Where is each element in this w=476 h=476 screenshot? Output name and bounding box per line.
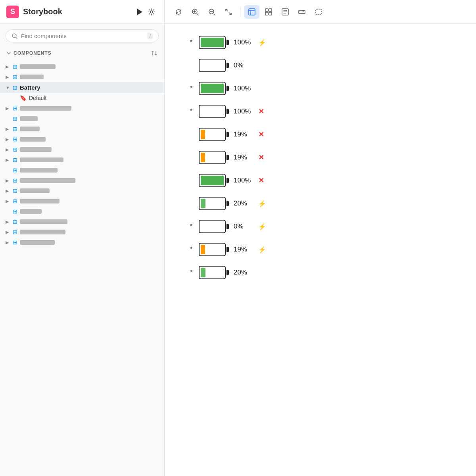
list-view-button[interactable] [278,5,293,19]
list-item[interactable]: ▶ ⊞ [0,227,164,237]
default-label: Default [29,95,46,101]
list-item[interactable]: ▶ ⊞ [0,144,164,155]
battery-body [199,59,226,72]
list-item[interactable]: ▶ ⊞ [0,155,164,165]
battery-row-2: * 0% [188,59,452,72]
svg-rect-5 [265,9,268,12]
expand-arrow: ▶ [6,240,10,245]
battery-tip [226,270,229,275]
list-item[interactable]: ▶ ⊞ [0,175,164,186]
story-view-button[interactable] [244,5,259,19]
settings-button[interactable] [145,6,158,18]
battery-icon-4 [199,105,229,118]
list-item[interactable]: ▶ ⊞ [0,134,164,144]
error-icon-5: ✕ [258,130,264,139]
asterisk-11: * [188,269,194,276]
zoom-in-button[interactable] [188,5,203,19]
grid-icon: ⊞ [13,105,17,111]
list-item[interactable]: ▶ ⊞ [0,72,164,82]
item-label [20,219,67,224]
sidebar-item-default[interactable]: 🔖 Default [0,93,164,103]
battery-row-9: * 0% ⚡ [188,220,452,233]
svg-rect-6 [269,9,272,12]
play-button[interactable] [134,6,145,18]
sort-icon[interactable] [151,50,158,57]
grid-view-button[interactable] [261,5,276,19]
grid-icon: ⊞ [13,115,17,122]
battery-fill [201,245,205,254]
sidebar-item-battery[interactable]: ▼ ⊞ Battery [0,82,164,93]
battery-fill [201,38,224,47]
list-item[interactable]: ▶ ⊞ [0,165,164,175]
expand-arrow: ▶ [6,178,10,183]
svg-rect-7 [265,12,268,15]
logo: S [6,6,19,18]
item-label [20,137,46,142]
search-input[interactable] [21,33,144,39]
item-label [20,75,44,79]
battery-icon-1 [199,36,229,49]
grid-icon: ⊞ [13,146,17,153]
battery-row-1: * 100% ⚡ [188,36,452,49]
measure-button[interactable] [294,5,309,19]
battery-row-8: * 20% ⚡ [188,197,452,210]
battery-row-4: * 100% ✕ [188,105,452,118]
toolbar-separator [240,7,240,17]
list-item[interactable]: ▶ ⊞ [0,237,164,248]
bookmark-icon: 🔖 [20,95,27,101]
battery-percent-8: 20% [234,200,253,207]
battery-icon-9 [199,220,229,233]
battery-body [199,105,226,118]
battery-tip [226,86,229,91]
item-label [20,64,56,69]
list-item[interactable]: ▶ ⊞ [0,61,164,72]
reset-zoom-button[interactable] [221,5,236,19]
item-label [20,230,65,234]
list-item[interactable]: ▶ ⊞ [0,186,164,196]
battery-label: Battery [20,84,40,91]
list-item[interactable]: ▶ ⊞ [0,217,164,227]
error-icon-6: ✕ [258,153,264,162]
item-label [20,168,58,173]
battery-tip [226,201,229,206]
search-shortcut: / [147,33,153,39]
sidebar-header: S Storybook [0,0,164,24]
list-item[interactable]: ▶ ⊞ [0,103,164,113]
asterisk-1: * [188,39,194,46]
list-item[interactable]: ▶ ⊞ [0,124,164,134]
grid-icon: ⊞ [13,84,17,91]
battery-percent-4: 100% [234,107,253,115]
battery-body [199,128,226,141]
battery-percent-5: 19% [234,131,253,138]
outline-button[interactable] [311,5,326,19]
grid-icon: ⊞ [13,126,17,132]
battery-body [199,243,226,256]
list-item[interactable]: ▶ ⊞ [0,113,164,124]
battery-percent-7: 100% [234,177,253,184]
refresh-button[interactable] [171,5,186,19]
grid-icon: ⊞ [13,74,17,80]
search-bar[interactable]: / [6,29,159,42]
svg-rect-11 [316,9,321,15]
zoom-out-button[interactable] [204,5,219,19]
battery-percent-1: 100% [234,38,253,46]
battery-body [199,220,226,233]
battery-row-6: * 19% ✕ [188,151,452,164]
error-icon-4: ✕ [258,107,264,116]
error-icon-7: ✕ [258,176,264,185]
expand-arrow: ▶ [6,75,10,80]
list-item[interactable]: ▶ ⊞ [0,196,164,206]
battery-icon-10 [199,243,229,256]
item-label [20,240,55,245]
item-label [20,127,40,131]
svg-rect-8 [269,12,272,15]
list-item[interactable]: ▶ ⊞ [0,206,164,217]
toolbar [165,0,476,24]
asterisk-10: * [188,246,194,253]
svg-point-0 [150,11,153,13]
battery-fill [201,199,205,208]
expand-arrow: ▶ [6,230,10,235]
battery-tip [226,109,229,114]
item-label [20,116,38,121]
battery-percent-6: 19% [234,154,253,161]
